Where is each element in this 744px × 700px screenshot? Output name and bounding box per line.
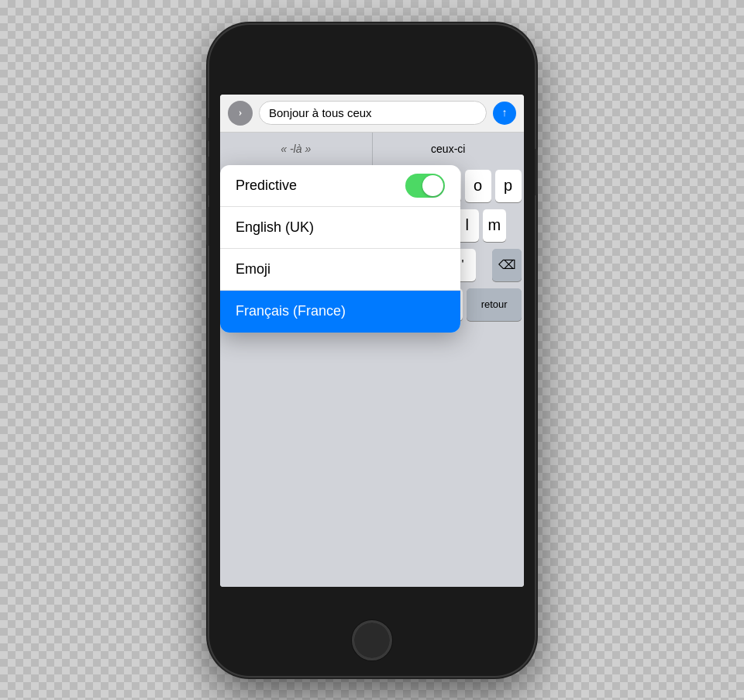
send-icon: ↑	[502, 107, 508, 119]
message-bar: › Bonjour à tous ceux ↑	[220, 95, 524, 133]
home-button[interactable]	[352, 620, 392, 660]
context-menu: Predictive English (UK) Emoji	[220, 165, 460, 333]
predictive-item-2-label: ceux-ci	[431, 143, 465, 155]
menu-item-emoji-label: Emoji	[236, 261, 445, 278]
message-input-text: Bonjour à tous ceux	[269, 106, 477, 119]
predictive-item-1[interactable]: « -là »	[220, 133, 373, 165]
volume-down-button[interactable]	[206, 207, 209, 246]
predictive-toggle[interactable]	[405, 174, 445, 198]
predictive-item-2[interactable]: ceux-ci	[373, 133, 525, 165]
menu-item-english-uk[interactable]: English (UK)	[220, 207, 460, 249]
keyboard-area: Predictive English (UK) Emoji	[220, 165, 524, 587]
phone-screen: › Bonjour à tous ceux ↑ « -là » ceux-ci	[220, 95, 524, 587]
menu-item-english-uk-label: English (UK)	[236, 219, 445, 236]
expand-button[interactable]: ›	[228, 101, 253, 126]
volume-up-button[interactable]	[206, 157, 209, 195]
power-button[interactable]	[535, 149, 538, 195]
menu-item-emoji[interactable]: Emoji	[220, 249, 460, 291]
phone-wrapper: › Bonjour à tous ceux ↑ « -là » ceux-ci	[209, 25, 535, 676]
predictive-bar: « -là » ceux-ci	[220, 133, 524, 165]
key-p[interactable]: p	[495, 170, 522, 202]
expand-icon: ›	[239, 107, 243, 119]
home-button-inner	[353, 622, 391, 659]
menu-item-french[interactable]: Français (France)	[220, 291, 460, 333]
menu-item-french-label: Français (France)	[236, 303, 445, 319]
key-delete[interactable]: ⌫	[492, 249, 522, 281]
predictive-item-1-label: « -là »	[281, 143, 311, 155]
mute-button[interactable]	[206, 118, 209, 141]
key-return[interactable]: retour	[467, 288, 522, 321]
message-input-container[interactable]: Bonjour à tous ceux	[259, 101, 487, 125]
key-m[interactable]: m	[483, 209, 506, 242]
key-o[interactable]: o	[465, 170, 491, 202]
send-button[interactable]: ↑	[493, 102, 516, 125]
toggle-knob	[422, 175, 443, 196]
menu-item-predictive-label: Predictive	[236, 178, 405, 194]
menu-item-predictive[interactable]: Predictive	[220, 165, 460, 207]
phone-body: › Bonjour à tous ceux ↑ « -là » ceux-ci	[209, 25, 535, 676]
